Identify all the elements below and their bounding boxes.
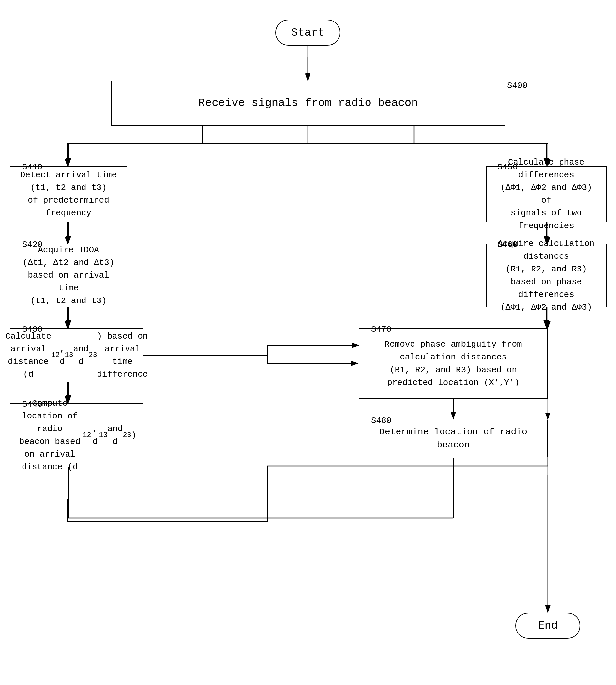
s470-label: S470	[371, 325, 391, 334]
s410-label: S410	[22, 162, 42, 172]
s420-process: Acquire TDOA(Δt1, Δt2 and Δt3)based on a…	[10, 244, 127, 307]
s430-label: S430	[22, 325, 42, 334]
s400-process: Receive signals from radio beacon	[111, 81, 505, 126]
end-terminal: End	[515, 613, 580, 639]
s450-process: Calculate phase differences(ΔΦ1, ΔΦ2 and…	[486, 166, 607, 222]
s470-process: Remove phase ambiguity fromcalculation d…	[359, 328, 548, 398]
start-terminal: Start	[275, 20, 340, 46]
s430-process: Calculate arrival distance(d12, d13 and …	[10, 328, 144, 382]
s440-label: S440	[22, 399, 42, 409]
s460-process: Acquire calculation distances(R1, R2, an…	[486, 244, 607, 307]
s480-label: S480	[371, 416, 391, 426]
s400-label: S400	[507, 81, 527, 91]
s410-process: Detect arrival time(t1, t2 and t3)of pre…	[10, 166, 127, 222]
s450-label: S450	[497, 162, 518, 172]
flowchart: Start Receive signals from radio beacon …	[0, 0, 616, 685]
s460-label: S460	[497, 240, 518, 250]
s440-process: Compute location of radiobeacon based on…	[10, 404, 144, 467]
s420-label: S420	[22, 240, 42, 250]
